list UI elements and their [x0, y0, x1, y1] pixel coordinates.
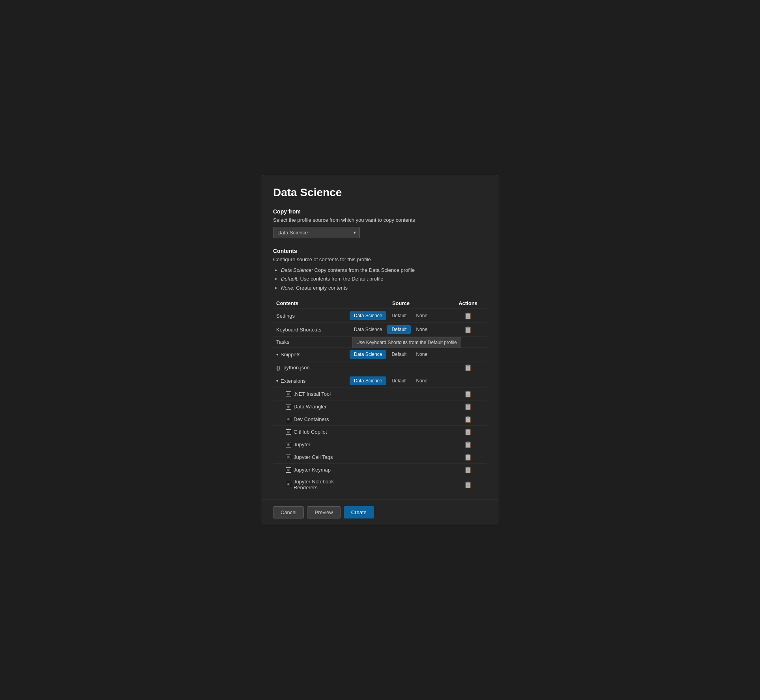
table-row: ⊞ Dev Containers 📋	[273, 413, 487, 426]
table-row: ⊞ Jupyter Keymap 📋	[273, 464, 487, 476]
snippets-btn-none[interactable]: None	[412, 350, 432, 359]
row-keyboard-name: Keyboard Shortcuts	[276, 327, 350, 333]
settings-btn-none[interactable]: None	[412, 311, 432, 320]
table-row: ⊞ GitHub Copilot 📋	[273, 426, 487, 438]
keyboard-copy-icon[interactable]: 📋	[464, 326, 472, 333]
keyboard-btn-datascience[interactable]: Data Science	[350, 325, 386, 334]
dev-containers-actions: 📋	[452, 416, 484, 423]
row-jupyter-keymap-name: ⊞ Jupyter Keymap	[276, 467, 350, 473]
row-data-wrangler-name: ⊞ Data Wrangler	[276, 404, 350, 410]
github-copilot-copy-icon[interactable]: 📋	[464, 428, 472, 436]
bullet-item-default: Default: Use contents from the Default p…	[281, 275, 487, 283]
dialog-footer: Cancel Preview Create	[262, 500, 498, 525]
contents-title: Contents	[273, 248, 487, 254]
extension-icon: ⊞	[286, 417, 291, 422]
row-jupyter-name: ⊞ Jupyter	[276, 442, 350, 447]
dialog: Data Science Copy from Select the profil…	[262, 175, 498, 526]
settings-btn-default[interactable]: Default	[387, 311, 411, 320]
preview-button[interactable]: Preview	[307, 506, 340, 518]
col-header-source: Source	[350, 300, 452, 306]
snippets-btn-default[interactable]: Default	[387, 350, 411, 359]
extension-icon: ⊞	[286, 442, 291, 447]
col-header-contents: Contents	[276, 300, 350, 306]
snippets-btn-datascience[interactable]: Data Science	[350, 350, 386, 359]
keyboard-actions: 📋	[452, 326, 484, 333]
row-settings-name: Settings	[276, 313, 350, 319]
row-dev-containers-name: ⊞ Dev Containers	[276, 416, 350, 422]
extension-icon: ⊞	[286, 404, 291, 410]
jupyter-actions: 📋	[452, 441, 484, 448]
net-tool-copy-icon[interactable]: 📋	[464, 390, 472, 398]
keyboard-btn-default[interactable]: Default	[387, 325, 411, 334]
settings-btn-datascience[interactable]: Data Science	[350, 311, 386, 320]
contents-section: Contents Configure source of contents fo…	[273, 248, 487, 494]
bullet-list: Data Science: Copy contents from the Dat…	[273, 266, 487, 292]
page-title: Data Science	[273, 186, 487, 199]
json-icon: {}	[276, 365, 280, 371]
extension-icon: ⊞	[286, 467, 291, 473]
extension-icon: ⊞	[286, 482, 291, 487]
copy-from-section: Copy from Select the profile source from…	[273, 208, 487, 238]
snippets-chevron-icon[interactable]: ▾	[276, 352, 278, 357]
table-row: ⊞ .NET Install Tool 📋	[273, 388, 487, 401]
jupyter-cell-tags-copy-icon[interactable]: 📋	[464, 453, 472, 461]
settings-actions: 📋	[452, 312, 484, 320]
dropdown-wrapper: Data Science Default None ▾	[273, 227, 487, 238]
table-row: ▾ Snippets Data Science Default None	[273, 348, 487, 361]
jupyter-keymap-copy-icon[interactable]: 📋	[464, 466, 472, 474]
profile-dropdown[interactable]: Data Science Default None	[273, 227, 360, 238]
copy-from-title: Copy from	[273, 208, 487, 215]
table-row: {} python.json 📋	[273, 361, 487, 374]
pythonjson-copy-icon[interactable]: 📋	[464, 364, 472, 371]
table-row: ▾ Extensions Data Science Default None	[273, 374, 487, 388]
extension-icon: ⊞	[286, 429, 291, 435]
contents-desc: Configure source of contents for this pr…	[273, 256, 487, 262]
jupyter-copy-icon[interactable]: 📋	[464, 441, 472, 448]
row-snippets-name: ▾ Snippets	[276, 352, 350, 357]
jupyter-renderers-actions: 📋	[452, 481, 484, 489]
row-jupyter-renderers-name: ⊞ Jupyter Notebook Renderers	[276, 479, 350, 490]
contents-table: Contents Source Actions Settings Data Sc…	[273, 298, 487, 493]
table-row: Settings Data Science Default None 📋	[273, 309, 487, 323]
table-row: ⊞ Jupyter Notebook Renderers 📋	[273, 476, 487, 493]
row-github-copilot-name: ⊞ GitHub Copilot	[276, 429, 350, 435]
table-header: Contents Source Actions	[273, 298, 487, 309]
create-button[interactable]: Create	[344, 506, 374, 518]
row-jupyter-cell-tags-name: ⊞ Jupyter Cell Tags	[276, 454, 350, 460]
row-pythonjson-name: {} python.json	[276, 365, 350, 371]
profile-dropdown-container: Data Science Default None ▾	[273, 227, 360, 238]
extension-icon: ⊞	[286, 391, 291, 397]
copy-from-desc: Select the profile source from which you…	[273, 217, 487, 223]
bullet-item-none: None: Create empty contents	[281, 284, 487, 292]
jupyter-cell-tags-actions: 📋	[452, 453, 484, 461]
bullet-item-datascience: Data Science: Copy contents from the Dat…	[281, 266, 487, 274]
extensions-btn-none[interactable]: None	[412, 376, 432, 385]
keyboard-btn-none[interactable]: None	[412, 325, 432, 334]
jupyter-renderers-copy-icon[interactable]: 📋	[464, 481, 472, 489]
snippets-source-buttons: Data Science Default None	[350, 350, 452, 359]
data-wrangler-actions: 📋	[452, 403, 484, 410]
github-copilot-actions: 📋	[452, 428, 484, 436]
col-header-actions: Actions	[452, 300, 484, 306]
extensions-btn-datascience[interactable]: Data Science	[350, 376, 386, 385]
pythonjson-actions: 📋	[452, 364, 484, 371]
row-extensions-name: ▾ Extensions	[276, 378, 350, 384]
jupyter-keymap-actions: 📋	[452, 466, 484, 474]
extensions-source-buttons: Data Science Default None	[350, 376, 452, 385]
extensions-chevron-icon[interactable]: ▾	[276, 379, 278, 383]
net-tool-actions: 📋	[452, 390, 484, 398]
dialog-content: Data Science Copy from Select the profil…	[262, 175, 498, 500]
table-row: Keyboard Shortcuts Data Science Default …	[273, 323, 487, 337]
table-row: ⊞ Jupyter 📋	[273, 438, 487, 451]
dev-containers-copy-icon[interactable]: 📋	[464, 416, 472, 423]
row-tasks-name: Tasks	[276, 339, 350, 345]
table-row: ⊞ Jupyter Cell Tags 📋	[273, 451, 487, 464]
keyboard-source-buttons: Data Science Default None	[350, 325, 452, 334]
settings-source-buttons: Data Science Default None	[350, 311, 452, 320]
cancel-button[interactable]: Cancel	[273, 506, 304, 518]
extensions-btn-default[interactable]: Default	[387, 376, 411, 385]
settings-copy-icon[interactable]: 📋	[464, 312, 472, 320]
row-net-tool-name: ⊞ .NET Install Tool	[276, 391, 350, 397]
table-row: Tasks	[273, 337, 487, 348]
data-wrangler-copy-icon[interactable]: 📋	[464, 403, 472, 410]
